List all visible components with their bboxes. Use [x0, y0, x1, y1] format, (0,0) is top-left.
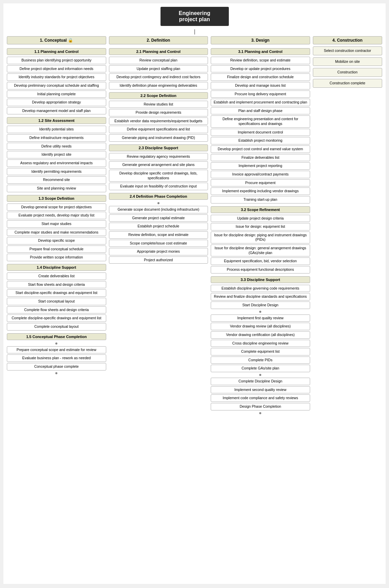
item-3-3-2: Review and finalize discipline standards…: [211, 293, 310, 300]
item-3-1-11: Develop project cost control and earned …: [211, 145, 310, 153]
item-1-1-2: Define project objective and information…: [7, 65, 106, 73]
item-2-1-3: Develop project contingency and indirect…: [109, 73, 208, 81]
item-2-3-2: Generate general arrangement and site pl…: [109, 161, 208, 169]
item-3-1-10: Establish project monitoring: [211, 137, 310, 144]
item-2-2-2: Provide design requirements: [109, 109, 208, 116]
main-columns: 1. Conceptual 🔒 1.1 Planning and Control…: [7, 36, 382, 415]
item-1-5-1: Prepare conceptual scope and estimate fo…: [7, 346, 106, 354]
item-4-3: Construction: [313, 68, 382, 77]
item-3-1-17: Training start-up plan: [211, 196, 310, 204]
item-2-4-7: Project authorized: [109, 256, 208, 264]
item-3-1-3: Finalize design and construction schedul…: [211, 73, 310, 81]
col4-header: 4. Construction: [313, 36, 382, 44]
item-3-3-9: Complete PIDs: [211, 356, 310, 364]
column-design: 3. Design 3.1 Planning and Control Revie…: [211, 36, 310, 415]
sec11-header: 1.1 Planning and Control: [7, 48, 106, 55]
column-construction: 4. Construction Select construction cont…: [313, 36, 382, 89]
item-3-1-4: Develop and manage issues list: [211, 82, 310, 89]
item-1-2-1: Identify potential sites: [7, 126, 106, 133]
item-1-1-5: Initial planning complete: [7, 90, 106, 98]
item-3-3-4: Implement first quality review: [211, 314, 310, 322]
page: Engineeringproject plan 1. Conceptual 🔒 …: [3, 3, 386, 584]
item-1-4-7: Complete conceptual layout: [7, 323, 106, 331]
item-3-2-5: Equipment specification, bid, vendor sel…: [211, 257, 310, 265]
sec22-header: 2.2 Scope Definition: [109, 92, 208, 99]
column-conceptual: 1. Conceptual 🔒 1.1 Planning and Control…: [7, 36, 106, 375]
item-2-1-2: Update project staffing plan: [109, 65, 208, 73]
item-3-3-5: Vendor drawing review (all disciplines): [211, 323, 310, 330]
item-2-3-1: Review regulatory agency requirements: [109, 153, 208, 160]
col2-header: 2. Definition: [109, 36, 208, 44]
item-4-4: Construction complete: [313, 79, 382, 88]
item-3-3-6: Vendor drawing certification (all discip…: [211, 331, 310, 339]
item-1-1-3: Identify industry standards for project …: [7, 73, 106, 81]
item-2-4-5: Scope complete/issue cost estimate: [109, 240, 208, 247]
item-1-3-5: Develop specific scope: [7, 237, 106, 244]
sec13-header: 1.3 Scope Definition: [7, 195, 106, 202]
item-2-1-4: Identify definition phase engineering de…: [109, 82, 208, 89]
item-1-4-1: Create deliverables list: [7, 272, 106, 280]
item-3-3-14: Design Phase Completion: [211, 403, 310, 410]
item-3-1-2: Develop or update project procedures: [211, 65, 310, 73]
item-3-3-13: Implement code compliance and safety rev…: [211, 394, 310, 402]
item-1-2-3: Define utility needs: [7, 143, 106, 150]
sec14-header: 1.4 Discipline Support: [7, 264, 106, 271]
item-2-1-1: Review conceptual plan: [109, 57, 208, 64]
item-2-4-6: Appropriate project monies: [109, 248, 208, 255]
item-3-3-3: Start Discipline Design: [211, 302, 310, 309]
item-3-3-7: Cross discipline engineering review: [211, 340, 310, 347]
column-definition: 2. Definition 2.1 Planning and Control R…: [109, 36, 208, 264]
item-1-3-1: Develop general scope for project object…: [7, 204, 106, 211]
item-3-2-4: Issue for discipline design: general arr…: [211, 244, 310, 256]
item-3-1-1: Review definition, scope and estimate: [211, 57, 310, 64]
item-1-3-7: Provide written scope information: [7, 254, 106, 261]
item-3-1-15: Procure equipment: [211, 179, 310, 187]
item-3-1-8: Define engineering presentation and cont…: [211, 115, 310, 127]
item-3-3-8: Complete equipment list: [211, 348, 310, 355]
item-3-3-10: Complete GAs/site plan: [211, 365, 310, 372]
item-3-1-6: Establish and implement procurement and …: [211, 99, 310, 106]
sec33-header: 3.3 Discipline Support: [211, 276, 310, 283]
item-4-1: Select construction contractor: [313, 46, 382, 55]
item-3-2-6: Process equipment functional description…: [211, 266, 310, 274]
sec31-header: 3.1 Planning and Control: [211, 48, 310, 55]
item-3-1-9: Implement document control: [211, 129, 310, 136]
item-3-2-3: Issue for discipline design: piping and …: [211, 232, 310, 243]
item-1-4-2: Start flow sheets and design criteria: [7, 281, 106, 289]
item-2-4-1: Generate scope document (including infra…: [109, 206, 208, 213]
item-1-2-5: Assess regulatory and environmental impa…: [7, 159, 106, 167]
sec15-header: 1.5 Conceptual Phase Completion: [7, 333, 106, 340]
item-3-3-11: Complete Discipline Design: [211, 378, 310, 385]
item-3-1-12: Finalize deliverables list: [211, 154, 310, 162]
item-3-3-12: Implement second quality review: [211, 386, 310, 394]
item-3-2-2: Issue for design: equipment list: [211, 223, 310, 230]
item-1-2-4: Identify project site: [7, 151, 106, 158]
item-1-2-7: Recommend site: [7, 176, 106, 184]
item-1-3-6: Prepare final conceptual schedule: [7, 246, 106, 253]
item-4-2: Mobilize on site: [313, 57, 382, 66]
item-2-2-4: Define equipment specifications and list: [109, 126, 208, 133]
item-3-3-1: Establish discipline governing code requ…: [211, 285, 310, 292]
sec12-header: 1.2 Site Assessment: [7, 117, 106, 124]
item-1-1-4: Develop preliminary conceptual schedule …: [7, 82, 106, 89]
item-1-3-4: Complete major studies and make recommen…: [7, 229, 106, 236]
item-1-1-1: Business plan identifying project opport…: [7, 57, 106, 64]
sec32-header: 3.2 Scope Refinement: [211, 206, 310, 213]
item-3-1-14: Invoice approval/contract payments: [211, 171, 310, 178]
item-2-4-3: Establish project schedule: [109, 223, 208, 230]
item-1-4-3: Start discipline-specific drawings and e…: [7, 289, 106, 297]
col3-header: 3. Design: [211, 36, 310, 44]
item-2-4-4: Review definition, scope and estimate: [109, 231, 208, 239]
item-2-3-3: Develop discipline specific control draw…: [109, 170, 208, 182]
item-1-2-2: Define infrastructure requirements: [7, 134, 106, 142]
item-1-5-3: Conceptual phase complete: [7, 363, 106, 370]
sec21-header: 2.1 Planning and Control: [109, 48, 208, 55]
item-1-5-2: Evaluate business plan - rework as neede…: [7, 354, 106, 362]
item-2-2-3: Establish vendor data requirements/equip…: [109, 117, 208, 125]
item-1-2-6: Identify permitting requirements: [7, 168, 106, 176]
item-3-2-1: Update project design criteria: [211, 215, 310, 222]
item-1-4-6: Complete discipline-specific drawings an…: [7, 314, 106, 322]
item-3-1-16: Implement expediting including vendor dr…: [211, 187, 310, 195]
item-1-3-2: Evaluate project needs, develop major st…: [7, 212, 106, 219]
item-1-4-5: Complete flow sheets and design criteria: [7, 306, 106, 314]
